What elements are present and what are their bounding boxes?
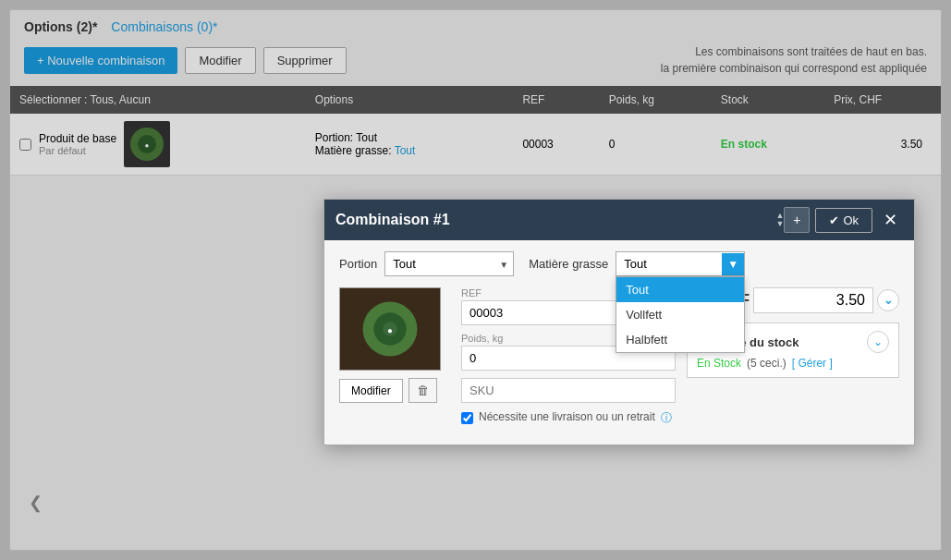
dropdown-item-vollfett[interactable]: Vollfett xyxy=(616,302,744,327)
image-modify-button[interactable]: Modifier xyxy=(339,379,403,403)
ok-button[interactable]: ✔ Ok xyxy=(815,208,872,233)
sku-input[interactable] xyxy=(461,378,676,403)
sku-field-group xyxy=(461,378,676,403)
delivery-checkbox[interactable] xyxy=(461,412,473,424)
stock-expand-button[interactable]: ⌄ xyxy=(867,331,889,353)
checkmark-icon: ✔ xyxy=(829,213,839,227)
filters-row: Portion Tout Matière grasse Tout ▼ xyxy=(339,251,899,276)
matiere-dropdown-list: Tout Vollfett Halbfett xyxy=(616,276,745,353)
checkbox-row: Nécessite une livraison ou un retrait ⓘ xyxy=(461,410,676,426)
modal-header-controls: + ✔ Ok ✕ xyxy=(784,207,903,233)
stock-manage-link[interactable]: [ Gérer ] xyxy=(792,357,833,370)
portion-select[interactable]: Tout xyxy=(384,251,514,276)
matiere-field: Matière grasse Tout ▼ Tout Vollfett Halb… xyxy=(529,251,745,276)
portion-select-wrapper: Tout xyxy=(384,251,514,276)
modal-body: Portion Tout Matière grasse Tout ▼ xyxy=(324,240,914,444)
matiere-label: Matière grasse xyxy=(529,257,608,271)
matiere-value: Tout xyxy=(616,252,722,275)
info-icon[interactable]: ⓘ xyxy=(661,410,672,426)
matiere-dropdown-arrow[interactable]: ▼ xyxy=(722,253,744,275)
dropdown-item-tout[interactable]: Tout xyxy=(616,277,744,302)
stock-count: (5 ceci.) xyxy=(747,357,786,370)
product-image-area: ● Modifier 🗑 xyxy=(339,287,450,426)
checkbox-label: Nécessite une livraison ou un retrait xyxy=(479,410,655,423)
matiere-select-display[interactable]: Tout ▼ xyxy=(616,251,745,276)
stock-info-row: En Stock (5 ceci.) [ Gérer ] xyxy=(697,357,889,370)
add-icon-button[interactable]: + xyxy=(784,207,810,233)
dropdown-item-halbfett[interactable]: Halbfett xyxy=(616,327,744,352)
title-spinner: ▲ ▼ xyxy=(775,212,784,228)
modal-dialog: Combinaison #1 ▲ ▼ + ✔ Ok ✕ Portion Tout xyxy=(323,199,915,445)
modal-title: Combinaison #1 xyxy=(335,212,768,228)
close-button[interactable]: ✕ xyxy=(878,208,903,232)
product-image-box: ● xyxy=(339,287,441,371)
portion-label: Portion xyxy=(339,257,377,271)
ok-label: Ok xyxy=(843,213,859,227)
matiere-select-wrapper: Tout ▼ Tout Vollfett Halbfett xyxy=(616,251,745,276)
modal-header: Combinaison #1 ▲ ▼ + ✔ Ok ✕ xyxy=(324,200,914,240)
price-input[interactable] xyxy=(753,287,873,313)
portion-field: Portion Tout xyxy=(339,251,514,276)
stock-status: En Stock xyxy=(697,357,741,370)
spinner-down[interactable]: ▼ xyxy=(775,220,784,228)
price-expand-button[interactable]: ⌄ xyxy=(877,289,899,311)
image-delete-button[interactable]: 🗑 xyxy=(408,378,437,403)
svg-text:●: ● xyxy=(387,325,393,335)
modify-btn-area: Modifier 🗑 xyxy=(339,378,450,403)
